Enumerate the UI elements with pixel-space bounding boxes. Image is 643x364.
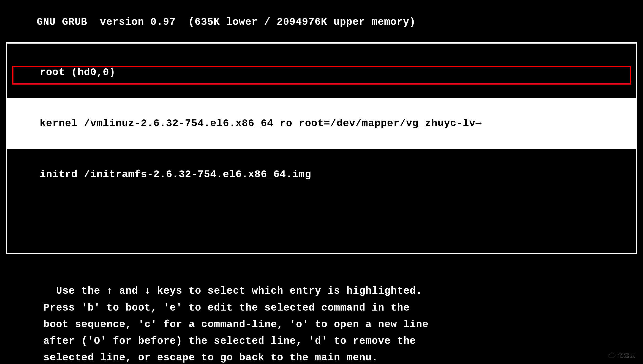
- grub-menu-box: root (hd0,0) kernel /vmlinuz-2.6.32-754.…: [6, 42, 637, 254]
- grub-title: GNU GRUB version 0.97 (635K lower / 2094…: [37, 16, 416, 28]
- menu-entry-kernel[interactable]: kernel /vmlinuz-2.6.32-754.el6.x86_64 ro…: [7, 98, 636, 149]
- watermark: 亿速云: [607, 352, 636, 359]
- watermark-text: 亿速云: [618, 352, 636, 359]
- instructions-text: Use the ↑ and ↓ keys to select which ent…: [43, 285, 429, 364]
- menu-entry-initrd[interactable]: initrd /initramfs-2.6.32-754.el6.x86_64.…: [7, 149, 636, 200]
- grub-instructions: Use the ↑ and ↓ keys to select which ent…: [0, 262, 643, 364]
- menu-entry-text: initrd /initramfs-2.6.32-754.el6.x86_64.…: [40, 169, 311, 180]
- menu-entry-text: kernel /vmlinuz-2.6.32-754.el6.x86_64 ro…: [40, 118, 482, 129]
- menu-entry-root[interactable]: root (hd0,0): [7, 47, 636, 98]
- cloud-icon: [607, 352, 616, 358]
- grub-header: GNU GRUB version 0.97 (635K lower / 2094…: [0, 0, 643, 38]
- menu-entry-text: root (hd0,0): [40, 67, 115, 78]
